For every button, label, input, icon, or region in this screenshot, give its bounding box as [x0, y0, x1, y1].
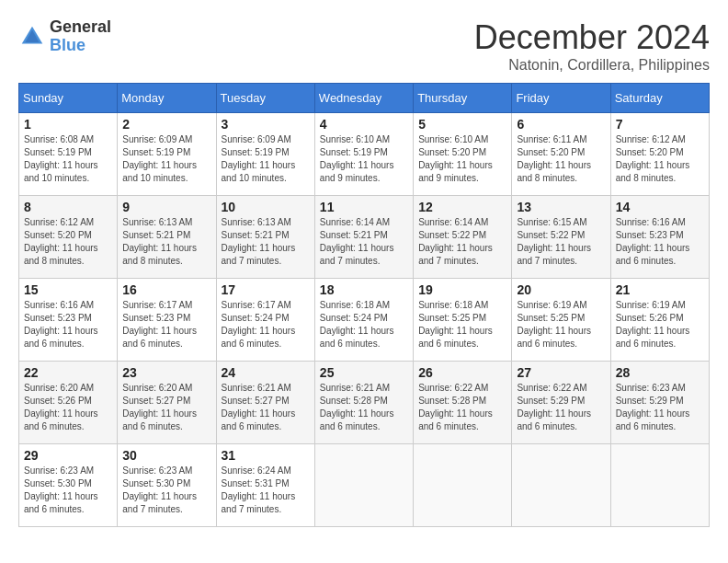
day-cell-3: 3 Sunrise: 6:09 AM Sunset: 5:19 PM Dayli… [216, 113, 314, 196]
daylight-label: Daylight: 11 hours and 6 minutes. [222, 408, 296, 431]
sunrise-label: Sunrise: 6:15 AM [517, 217, 586, 227]
day-number: 31 [222, 448, 310, 463]
day-number: 20 [517, 282, 605, 297]
day-cell-5: 5 Sunrise: 6:10 AM Sunset: 5:20 PM Dayli… [414, 113, 512, 196]
week-row-1: 1 Sunrise: 6:08 AM Sunset: 5:19 PM Dayli… [19, 113, 710, 196]
day-number: 28 [616, 365, 704, 380]
day-cell-25: 25 Sunrise: 6:21 AM Sunset: 5:28 PM Dayl… [314, 362, 413, 444]
day-cell-4: 4 Sunrise: 6:10 AM Sunset: 5:19 PM Dayli… [314, 113, 413, 196]
header-saturday: Saturday [610, 84, 709, 113]
logo-text: General Blue [50, 18, 111, 55]
day-number: 17 [222, 282, 310, 297]
day-number: 1 [24, 117, 112, 132]
sunrise-label: Sunrise: 6:17 AM [122, 300, 192, 310]
sunset-label: Sunset: 5:26 PM [24, 396, 92, 406]
day-cell-17: 17 Sunrise: 6:17 AM Sunset: 5:24 PM Dayl… [216, 279, 314, 362]
sunrise-label: Sunrise: 6:17 AM [222, 300, 291, 310]
day-cell-28: 28 Sunrise: 6:23 AM Sunset: 5:29 PM Dayl… [610, 362, 709, 444]
day-cell-6: 6 Sunrise: 6:11 AM Sunset: 5:20 PM Dayli… [512, 113, 610, 196]
sunset-label: Sunset: 5:26 PM [616, 313, 684, 323]
sunset-label: Sunset: 5:20 PM [418, 147, 486, 157]
day-cell-31: 31 Sunrise: 6:24 AM Sunset: 5:31 PM Dayl… [216, 444, 314, 527]
sunset-label: Sunset: 5:21 PM [122, 230, 190, 240]
daylight-label: Daylight: 11 hours and 6 minutes. [222, 326, 296, 349]
day-cell-15: 15 Sunrise: 6:16 AM Sunset: 5:23 PM Dayl… [19, 279, 118, 362]
daylight-label: Daylight: 11 hours and 6 minutes. [122, 408, 197, 431]
day-info: Sunrise: 6:09 AM Sunset: 5:19 PM Dayligh… [122, 133, 210, 185]
day-number: 21 [616, 282, 704, 297]
day-info: Sunrise: 6:15 AM Sunset: 5:22 PM Dayligh… [517, 216, 605, 268]
sunrise-label: Sunrise: 6:22 AM [418, 383, 488, 393]
day-info: Sunrise: 6:20 AM Sunset: 5:27 PM Dayligh… [122, 382, 210, 433]
daylight-label: Daylight: 11 hours and 8 minutes. [24, 243, 98, 266]
sunset-label: Sunset: 5:23 PM [122, 313, 190, 323]
day-info: Sunrise: 6:14 AM Sunset: 5:22 PM Dayligh… [418, 216, 506, 268]
day-cell-27: 27 Sunrise: 6:22 AM Sunset: 5:29 PM Dayl… [512, 362, 610, 444]
day-cell-14: 14 Sunrise: 6:16 AM Sunset: 5:23 PM Dayl… [610, 196, 709, 279]
header-tuesday: Tuesday [216, 84, 314, 113]
sunset-label: Sunset: 5:30 PM [122, 478, 190, 488]
day-number: 2 [122, 117, 210, 132]
day-number: 27 [517, 365, 605, 380]
day-cell-21: 21 Sunrise: 6:19 AM Sunset: 5:26 PM Dayl… [610, 279, 709, 362]
day-number: 24 [222, 365, 310, 380]
logo-icon [18, 23, 46, 51]
sunset-label: Sunset: 5:23 PM [24, 313, 92, 323]
day-cell-11: 11 Sunrise: 6:14 AM Sunset: 5:21 PM Dayl… [314, 196, 413, 279]
sunrise-label: Sunrise: 6:21 AM [222, 383, 291, 393]
logo: General Blue [18, 18, 111, 55]
week-row-3: 15 Sunrise: 6:16 AM Sunset: 5:23 PM Dayl… [19, 279, 710, 362]
day-cell-22: 22 Sunrise: 6:20 AM Sunset: 5:26 PM Dayl… [19, 362, 118, 444]
sunset-label: Sunset: 5:24 PM [320, 313, 388, 323]
day-cell-10: 10 Sunrise: 6:13 AM Sunset: 5:21 PM Dayl… [216, 196, 314, 279]
daylight-label: Daylight: 11 hours and 7 minutes. [222, 491, 296, 514]
day-cell-12: 12 Sunrise: 6:14 AM Sunset: 5:22 PM Dayl… [414, 196, 512, 279]
day-cell-20: 20 Sunrise: 6:19 AM Sunset: 5:25 PM Dayl… [512, 279, 610, 362]
week-row-5: 29 Sunrise: 6:23 AM Sunset: 5:30 PM Dayl… [19, 444, 710, 527]
sunrise-label: Sunrise: 6:12 AM [616, 134, 686, 144]
empty-cell [512, 444, 610, 527]
sunrise-label: Sunrise: 6:09 AM [122, 134, 192, 144]
day-cell-26: 26 Sunrise: 6:22 AM Sunset: 5:28 PM Dayl… [414, 362, 512, 444]
day-info: Sunrise: 6:20 AM Sunset: 5:26 PM Dayligh… [24, 382, 112, 433]
empty-cell [314, 444, 413, 527]
day-cell-9: 9 Sunrise: 6:13 AM Sunset: 5:21 PM Dayli… [118, 196, 216, 279]
daylight-label: Daylight: 11 hours and 6 minutes. [616, 243, 690, 266]
sunset-label: Sunset: 5:24 PM [222, 313, 290, 323]
sunset-label: Sunset: 5:27 PM [222, 396, 290, 406]
header-friday: Friday [512, 84, 610, 113]
day-info: Sunrise: 6:09 AM Sunset: 5:19 PM Dayligh… [222, 133, 310, 185]
day-number: 25 [320, 365, 408, 380]
logo-general: General [50, 18, 111, 37]
page-header: General Blue December 2024 Natonin, Cord… [18, 18, 710, 74]
day-info: Sunrise: 6:21 AM Sunset: 5:27 PM Dayligh… [222, 382, 310, 433]
sunrise-label: Sunrise: 6:11 AM [517, 134, 586, 144]
day-info: Sunrise: 6:12 AM Sunset: 5:20 PM Dayligh… [616, 133, 704, 185]
sunrise-label: Sunrise: 6:13 AM [222, 217, 291, 227]
day-number: 29 [24, 448, 112, 463]
day-info: Sunrise: 6:22 AM Sunset: 5:28 PM Dayligh… [418, 382, 506, 433]
sunset-label: Sunset: 5:22 PM [517, 230, 585, 240]
daylight-label: Daylight: 11 hours and 8 minutes. [616, 160, 690, 183]
day-info: Sunrise: 6:23 AM Sunset: 5:30 PM Dayligh… [24, 465, 112, 516]
daylight-label: Daylight: 11 hours and 8 minutes. [122, 243, 197, 266]
sunset-label: Sunset: 5:21 PM [222, 230, 290, 240]
day-info: Sunrise: 6:16 AM Sunset: 5:23 PM Dayligh… [24, 299, 112, 350]
day-cell-2: 2 Sunrise: 6:09 AM Sunset: 5:19 PM Dayli… [118, 113, 216, 196]
day-number: 6 [517, 117, 605, 132]
day-cell-13: 13 Sunrise: 6:15 AM Sunset: 5:22 PM Dayl… [512, 196, 610, 279]
day-number: 9 [122, 200, 210, 214]
day-number: 10 [222, 200, 310, 214]
daylight-label: Daylight: 11 hours and 10 minutes. [222, 160, 296, 183]
sunrise-label: Sunrise: 6:16 AM [616, 217, 686, 227]
daylight-label: Daylight: 11 hours and 8 minutes. [517, 160, 591, 183]
sunrise-label: Sunrise: 6:20 AM [122, 383, 192, 393]
day-info: Sunrise: 6:17 AM Sunset: 5:24 PM Dayligh… [222, 299, 310, 350]
daylight-label: Daylight: 11 hours and 7 minutes. [320, 243, 394, 266]
sunset-label: Sunset: 5:29 PM [517, 396, 585, 406]
sunrise-label: Sunrise: 6:23 AM [122, 465, 192, 476]
day-number: 7 [616, 117, 704, 132]
sunset-label: Sunset: 5:25 PM [517, 313, 585, 323]
day-info: Sunrise: 6:11 AM Sunset: 5:20 PM Dayligh… [517, 133, 605, 185]
sunrise-label: Sunrise: 6:14 AM [320, 217, 390, 227]
